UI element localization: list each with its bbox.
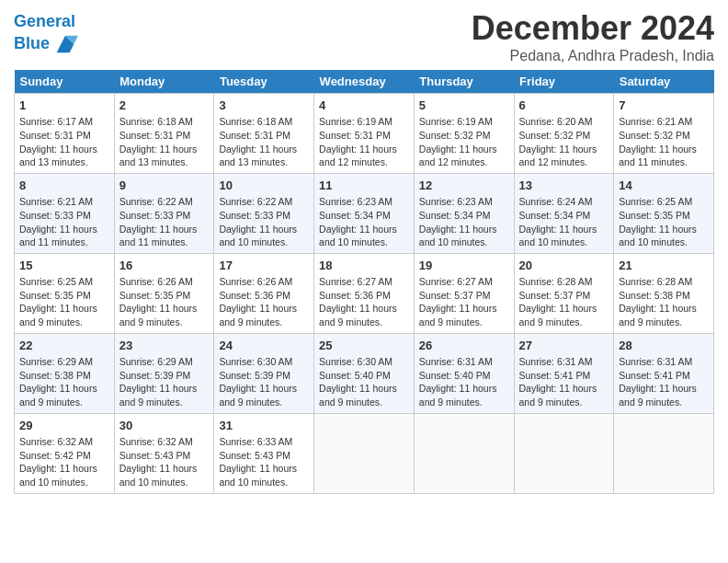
calendar-cell (514, 413, 614, 493)
day-info-line: Daylight: 11 hours (419, 143, 509, 156)
title-area: December 2024 Pedana, Andhra Pradesh, In… (472, 9, 714, 64)
calendar-cell: 19Sunrise: 6:27 AMSunset: 5:37 PMDayligh… (414, 253, 514, 333)
day-info-line: Sunrise: 6:24 AM (519, 195, 609, 209)
day-info-line: Sunrise: 6:27 AM (419, 275, 509, 289)
day-info-line: Sunset: 5:39 PM (219, 369, 309, 383)
day-info-line: Sunrise: 6:19 AM (419, 115, 509, 129)
calendar-week-4: 22Sunrise: 6:29 AMSunset: 5:38 PMDayligh… (15, 333, 714, 413)
day-info-line: Sunset: 5:34 PM (419, 209, 509, 223)
day-info-line: Daylight: 11 hours (19, 302, 109, 316)
day-number: 10 (219, 178, 309, 194)
calendar-cell: 20Sunrise: 6:28 AMSunset: 5:37 PMDayligh… (514, 253, 614, 333)
day-info-line: Sunset: 5:38 PM (619, 289, 709, 303)
day-info-line: Daylight: 11 hours (219, 462, 309, 476)
day-info-line: Daylight: 11 hours (119, 223, 210, 236)
day-info-line: and 13 minutes. (119, 155, 210, 169)
page-header: General Blue December 2024 Pedana, Andhr… (14, 9, 714, 64)
day-info-line: and 9 minutes. (119, 316, 210, 329)
calendar-cell: 23Sunrise: 6:29 AMSunset: 5:39 PMDayligh… (114, 333, 214, 413)
day-info-line: and 10 minutes. (419, 236, 509, 249)
day-info-line: Sunrise: 6:27 AM (319, 275, 409, 289)
day-info-line: Sunrise: 6:31 AM (519, 355, 609, 369)
day-info-line: Sunset: 5:33 PM (19, 209, 109, 223)
calendar-week-2: 8Sunrise: 6:21 AMSunset: 5:33 PMDaylight… (15, 173, 714, 253)
day-info-line: and 12 minutes. (519, 155, 609, 169)
day-info-line: Daylight: 11 hours (619, 223, 709, 236)
day-info-line: Sunrise: 6:21 AM (619, 115, 709, 129)
day-info-line: Daylight: 11 hours (419, 302, 509, 316)
day-info-line: Sunrise: 6:31 AM (619, 355, 709, 369)
day-info-line: and 9 minutes. (119, 396, 210, 409)
day-info-line: Sunset: 5:43 PM (219, 449, 309, 463)
day-number: 19 (419, 258, 509, 274)
day-info-line: Daylight: 11 hours (219, 223, 309, 236)
day-info-line: Sunrise: 6:19 AM (319, 115, 409, 129)
day-number: 8 (19, 178, 109, 194)
day-info-line: Sunset: 5:43 PM (119, 449, 210, 463)
logo-icon (52, 31, 78, 57)
calendar-cell: 13Sunrise: 6:24 AMSunset: 5:34 PMDayligh… (514, 173, 614, 253)
day-number: 29 (19, 418, 109, 434)
day-number: 16 (119, 258, 210, 274)
day-info-line: Daylight: 11 hours (19, 223, 109, 236)
day-info-line: Sunset: 5:35 PM (19, 289, 109, 303)
day-info-line: Sunrise: 6:21 AM (19, 195, 109, 209)
logo-general: General (14, 12, 75, 30)
day-number: 9 (119, 178, 210, 194)
day-number: 2 (119, 98, 210, 114)
calendar-cell: 27Sunrise: 6:31 AMSunset: 5:41 PMDayligh… (514, 333, 614, 413)
day-number: 24 (219, 338, 309, 354)
day-info-line: Daylight: 11 hours (219, 382, 309, 396)
day-info-line: and 9 minutes. (219, 396, 309, 409)
logo-text: General (14, 13, 78, 31)
calendar-body: 1Sunrise: 6:17 AMSunset: 5:31 PMDaylight… (15, 94, 714, 494)
calendar-cell (614, 413, 714, 493)
day-info-line: Sunset: 5:41 PM (519, 369, 609, 383)
day-info-line: Sunset: 5:34 PM (319, 209, 409, 223)
calendar-cell: 9Sunrise: 6:22 AMSunset: 5:33 PMDaylight… (114, 173, 214, 253)
day-info-line: Sunrise: 6:26 AM (219, 275, 309, 289)
day-info-line: Sunset: 5:32 PM (419, 129, 509, 143)
day-info-line: Daylight: 11 hours (519, 302, 609, 316)
day-number: 12 (419, 178, 509, 194)
day-info-line: Sunset: 5:41 PM (619, 369, 709, 383)
calendar-cell: 12Sunrise: 6:23 AMSunset: 5:34 PMDayligh… (414, 173, 514, 253)
day-info-line: Daylight: 11 hours (319, 223, 409, 236)
day-info-line: Sunrise: 6:29 AM (119, 355, 210, 369)
calendar-week-5: 29Sunrise: 6:32 AMSunset: 5:42 PMDayligh… (15, 413, 714, 493)
calendar-cell: 3Sunrise: 6:18 AMSunset: 5:31 PMDaylight… (214, 94, 314, 174)
day-info-line: and 10 minutes. (219, 236, 309, 249)
day-info-line: and 11 minutes. (119, 236, 210, 249)
calendar-week-1: 1Sunrise: 6:17 AMSunset: 5:31 PMDaylight… (15, 94, 714, 174)
day-info-line: Daylight: 11 hours (19, 143, 109, 156)
day-info-line: Sunset: 5:40 PM (419, 369, 509, 383)
day-number: 5 (419, 98, 509, 114)
calendar-header-row: SundayMondayTuesdayWednesdayThursdayFrid… (15, 70, 714, 94)
day-info-line: Daylight: 11 hours (519, 382, 609, 396)
day-info-line: Sunset: 5:37 PM (419, 289, 509, 303)
day-info-line: Sunset: 5:31 PM (219, 129, 309, 143)
calendar-cell: 18Sunrise: 6:27 AMSunset: 5:36 PMDayligh… (314, 253, 415, 333)
day-info-line: and 10 minutes. (619, 236, 709, 249)
day-info-line: Sunset: 5:33 PM (119, 209, 210, 223)
day-info-line: Sunrise: 6:23 AM (419, 195, 509, 209)
day-number: 17 (219, 258, 309, 274)
day-info-line: Daylight: 11 hours (219, 302, 309, 316)
day-info-line: and 13 minutes. (219, 155, 309, 169)
day-info-line: Sunrise: 6:31 AM (419, 355, 509, 369)
day-info-line: Sunrise: 6:29 AM (19, 355, 109, 369)
day-info-line: Sunset: 5:42 PM (19, 449, 109, 463)
day-info-line: and 10 minutes. (219, 476, 309, 489)
column-header-thursday: Thursday (414, 70, 514, 94)
day-info-line: Sunrise: 6:30 AM (319, 355, 409, 369)
calendar-cell: 1Sunrise: 6:17 AMSunset: 5:31 PMDaylight… (15, 94, 115, 174)
day-info-line: Daylight: 11 hours (219, 143, 309, 156)
calendar-week-3: 15Sunrise: 6:25 AMSunset: 5:35 PMDayligh… (15, 253, 714, 333)
day-info-line: and 10 minutes. (119, 476, 210, 489)
calendar-cell: 28Sunrise: 6:31 AMSunset: 5:41 PMDayligh… (614, 333, 714, 413)
day-number: 21 (619, 258, 709, 274)
calendar-cell: 5Sunrise: 6:19 AMSunset: 5:32 PMDaylight… (414, 94, 514, 174)
day-info-line: and 11 minutes. (19, 236, 109, 249)
day-info-line: Sunrise: 6:18 AM (219, 115, 309, 129)
calendar-cell (414, 413, 514, 493)
